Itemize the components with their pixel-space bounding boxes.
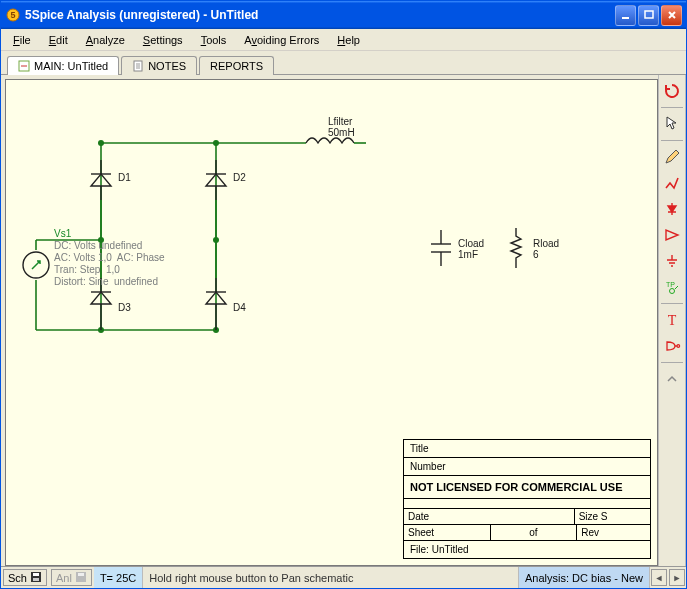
save-icon-disabled [75,571,87,585]
diode-tool-button[interactable] [660,197,684,221]
status-hint: Hold right mouse button to Pan schematic [143,567,519,588]
notes-icon [132,60,144,72]
menu-file[interactable]: File [5,32,39,48]
ground-tool-button[interactable] [660,249,684,273]
status-anl-button[interactable]: Anl [51,569,92,586]
vs1-ac-label: AC: Volts 1,0 AC: Phase [54,252,165,265]
svg-text:TP: TP [666,281,675,288]
window-title: 5Spice Analysis (unregistered) - UnTitle… [25,8,615,22]
menu-analyze[interactable]: Analyze [78,32,133,48]
cload-value-label[interactable]: 1mF [458,249,478,260]
menu-help[interactable]: Help [329,32,368,48]
content-area: Lfilter 50mH D1 D2 D3 D4 Cload 1mF Rload… [1,75,686,566]
minimize-button[interactable] [615,5,636,26]
d3-label[interactable]: D3 [118,302,131,313]
menu-avoiding-errors[interactable]: Avoiding Errors [236,32,327,48]
menubar: File Edit Analyze Settings Tools Avoidin… [1,29,686,51]
svg-point-6 [98,140,104,146]
statusbar: Sch Anl T= 25C Hold right mouse button t… [1,566,686,588]
lfilter-name-label[interactable]: Lfilter [328,116,352,127]
schematic-icon [18,60,30,72]
menu-tools[interactable]: Tools [193,32,235,48]
tab-reports[interactable]: REPORTS [199,56,274,75]
status-temperature[interactable]: T= 25C [94,567,143,588]
resistor-rload[interactable] [511,228,521,268]
svg-rect-18 [33,578,39,581]
lfilter-value-label[interactable]: 50mH [328,127,355,138]
rload-name-label[interactable]: Rload [533,238,559,249]
diode-d4[interactable] [206,278,226,330]
tab-main-label: MAIN: UnTitled [34,60,108,72]
scroll-left-button[interactable]: ◄ [651,569,667,586]
titlebar-buttons [615,5,682,26]
tab-main[interactable]: MAIN: UnTitled [7,56,119,75]
tab-notes-label: NOTES [148,60,186,72]
rload-value-label[interactable]: 6 [533,249,539,260]
titleblock-size-label: Size S [575,509,650,524]
close-button[interactable] [661,5,682,26]
cload-name-label[interactable]: Cload [458,238,484,249]
titleblock-file-label: File: UnTitled [410,544,469,555]
svg-rect-3 [645,11,653,18]
capacitor-cload[interactable] [431,230,451,266]
titleblock-date-label: Date [404,509,575,524]
save-icon [30,571,42,585]
inductor-lfilter[interactable] [306,138,366,143]
titleblock-title-label: Title [410,443,429,454]
svg-point-14 [670,289,675,294]
gate-tool-button[interactable] [660,334,684,358]
status-analysis[interactable]: Analysis: DC bias - New [519,567,650,588]
vs1-name-label[interactable]: Vs1 [54,228,71,239]
right-toolbar: TP T [658,75,686,566]
menu-edit[interactable]: Edit [41,32,76,48]
d4-label[interactable]: D4 [233,302,246,313]
app-icon: 5 [5,7,21,23]
status-anl-label: Anl [56,572,72,584]
testpoint-tool-button[interactable]: TP [660,275,684,299]
title-block[interactable]: Title Number NOT LICENSED FOR COMMERCIAL… [403,439,651,559]
opamp-tool-button[interactable] [660,223,684,247]
titleblock-sheet-label: Sheet [404,525,491,540]
svg-text:T: T [668,313,677,328]
menu-settings[interactable]: Settings [135,32,191,48]
svg-text:5: 5 [10,10,15,20]
d2-label[interactable]: D2 [233,172,246,183]
svg-rect-2 [622,17,629,19]
edit-tool-button[interactable] [660,145,684,169]
svg-rect-17 [33,573,39,576]
status-sch-label: Sch [8,572,27,584]
vs1-tran-label: Tran: Step 1,0 [54,264,120,277]
titleblock-license: NOT LICENSED FOR COMMERCIAL USE [404,476,650,499]
scroll-up-button[interactable] [660,367,684,391]
tab-reports-label: REPORTS [210,60,263,72]
vs1-distort-label: Distort: Sine undefined [54,276,158,289]
svg-point-7 [213,140,219,146]
d1-label[interactable]: D1 [118,172,131,183]
titleblock-rev-label: Rev [577,525,650,540]
canvas-wrap: Lfilter 50mH D1 D2 D3 D4 Cload 1mF Rload… [1,75,658,566]
scroll-right-button[interactable]: ► [669,569,685,586]
refresh-button[interactable] [660,79,684,103]
status-sch-button[interactable]: Sch [3,569,47,586]
tabbar: MAIN: UnTitled NOTES REPORTS [1,51,686,75]
app-window: 5 5Spice Analysis (unregistered) - UnTit… [0,0,687,589]
tab-notes[interactable]: NOTES [121,56,197,75]
svg-rect-20 [78,573,84,576]
wire-tool-button[interactable] [660,171,684,195]
vs1-dc-label: DC: Volts undefined [54,240,142,253]
titleblock-number-label: Number [410,461,446,472]
pointer-tool-button[interactable] [660,112,684,136]
maximize-button[interactable] [638,5,659,26]
titlebar[interactable]: 5 5Spice Analysis (unregistered) - UnTit… [1,1,686,29]
schematic-canvas[interactable]: Lfilter 50mH D1 D2 D3 D4 Cload 1mF Rload… [5,79,658,566]
text-tool-button[interactable]: T [660,308,684,332]
voltage-source-vs1[interactable] [23,252,49,278]
titleblock-of-label: of [491,525,578,540]
